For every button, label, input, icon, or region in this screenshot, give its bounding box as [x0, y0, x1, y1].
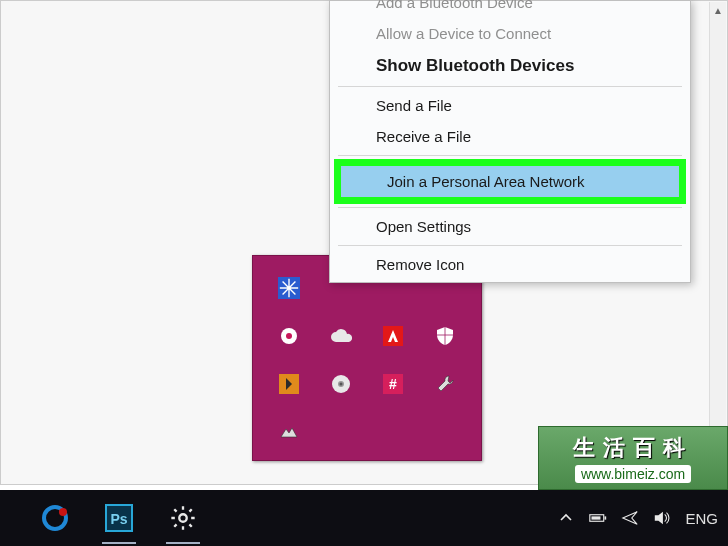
menu-item-send-file[interactable]: Send a File — [330, 90, 690, 121]
tray-grid: # — [263, 264, 471, 456]
svg-text:#: # — [389, 376, 397, 392]
photoshop-button[interactable]: Ps — [98, 498, 140, 538]
menu-item-allow-device-connect: Allow a Device to Connect — [330, 18, 690, 49]
tray-expand-icon[interactable] — [557, 509, 575, 527]
settings-button[interactable] — [162, 498, 204, 538]
menu-item-show-bluetooth-devices[interactable]: Show Bluetooth Devices — [330, 49, 690, 83]
svg-point-11 — [59, 508, 67, 516]
taskbar-right-group: ENG — [557, 509, 718, 527]
taskbar-left-group: Ps — [10, 498, 204, 538]
bluetooth-context-menu: Add a Bluetooth Device Allow a Device to… — [329, 0, 691, 283]
windows-taskbar[interactable]: Ps ENG — [0, 490, 728, 546]
disc-icon[interactable] — [329, 372, 353, 396]
svg-rect-16 — [605, 516, 607, 519]
svg-rect-17 — [592, 516, 601, 519]
menu-item-remove-icon[interactable]: Remove Icon — [330, 249, 690, 280]
ime-indicator[interactable]: ENG — [685, 510, 718, 527]
scroll-up-icon[interactable]: ▲ — [713, 2, 723, 19]
system-tray-overflow[interactable]: # — [252, 255, 482, 461]
battery-icon[interactable] — [589, 509, 607, 527]
misc-tray-icon[interactable] — [277, 420, 301, 444]
cloud-icon[interactable] — [329, 324, 353, 348]
menu-item-receive-file[interactable]: Receive a File — [330, 121, 690, 152]
menu-separator — [338, 155, 682, 156]
vertical-scrollbar[interactable]: ▲ ▼ — [709, 2, 726, 485]
svg-point-7 — [340, 383, 343, 386]
adobe-icon[interactable] — [381, 324, 405, 348]
svg-point-2 — [286, 333, 292, 339]
cortana-button[interactable] — [34, 498, 76, 538]
highlight-box: Join a Personal Area Network — [334, 159, 686, 204]
wrench-icon[interactable] — [433, 372, 457, 396]
plex-icon[interactable] — [277, 372, 301, 396]
menu-separator — [338, 86, 682, 87]
hash-icon[interactable]: # — [381, 372, 405, 396]
menu-separator — [338, 245, 682, 246]
svg-text:Ps: Ps — [110, 511, 127, 527]
menu-item-join-pan[interactable]: Join a Personal Area Network — [341, 166, 679, 197]
menu-item-open-settings[interactable]: Open Settings — [330, 211, 690, 242]
airplane-mode-icon[interactable] — [621, 509, 639, 527]
watermark-title: 生活百科 — [573, 433, 693, 463]
watermark-badge: 生活百科 www.bimeiz.com — [538, 426, 728, 490]
defender-shield-icon[interactable] — [433, 324, 457, 348]
volume-icon[interactable] — [653, 509, 671, 527]
menu-item-add-bluetooth-device: Add a Bluetooth Device — [330, 0, 690, 18]
menu-separator — [338, 207, 682, 208]
disk-icon[interactable] — [277, 324, 301, 348]
snowflake-icon[interactable] — [277, 276, 301, 300]
watermark-url: www.bimeiz.com — [575, 465, 691, 483]
svg-point-14 — [179, 514, 186, 521]
